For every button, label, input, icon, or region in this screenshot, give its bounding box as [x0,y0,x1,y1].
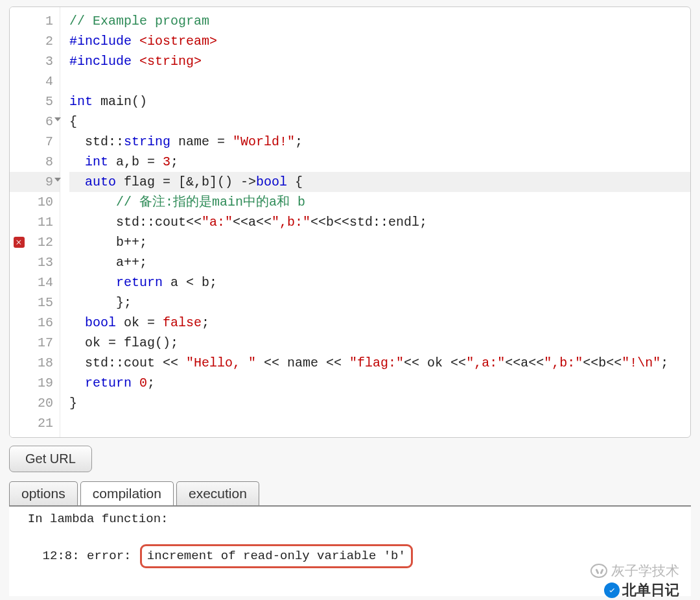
code-line[interactable]: bool ok = false; [69,313,690,333]
code-line[interactable]: // Example program [69,11,690,31]
code-content[interactable]: // Example program#include <iostream>#in… [60,7,690,437]
error-location-prefix: 12:8: error: [43,549,139,563]
watermark-top: 灰子学技术 [590,562,679,579]
line-number: 20 [10,393,60,413]
output-tabs: optionscompilationexecution [9,481,691,505]
code-line[interactable]: #include <string> [69,51,690,71]
line-number: 17 [10,333,60,353]
code-line[interactable]: ok = flag(); [69,333,690,353]
line-number: 14 [10,272,60,293]
tab-compilation[interactable]: compilation [80,481,174,505]
line-number: 2 [10,31,60,51]
compilation-output: In lambda function: 12:8: error: increme… [9,505,691,596]
code-line[interactable]: std::cout<<"a:"<<a<<",b:"<<b<<std::endl; [69,212,690,232]
code-line[interactable]: int a,b = 3; [69,152,690,172]
watermark-block: 灰子学技术 北单日记 [590,562,679,599]
line-number: 16 [10,313,60,333]
check-circle-icon [604,582,620,598]
wechat-icon [590,564,607,578]
line-number: 13 [10,252,60,272]
line-number: 9 [10,172,60,192]
line-number: 7 [10,132,60,152]
code-line[interactable]: b++; [69,232,690,252]
watermark-bottom: 北单日记 [590,582,679,599]
line-number: 15 [10,293,60,313]
code-line[interactable]: a++; [69,252,690,272]
code-line[interactable]: return 0; [69,373,690,393]
line-number: 10 [10,192,60,212]
code-line[interactable]: { [69,112,690,132]
line-number: 19 [10,373,60,393]
line-number: 6 [10,112,60,132]
code-line[interactable] [69,71,690,91]
code-line[interactable]: return a < b; [69,272,690,293]
error-message-highlight: increment of read-only variable 'b' [140,544,413,568]
code-line[interactable]: } [69,393,690,413]
code-line[interactable]: int main() [69,91,690,112]
line-number-gutter: 123456789101112131415161718192021 [10,7,60,437]
line-number: 12 [10,232,60,252]
code-line[interactable]: auto flag = [&,b]() ->bool { [69,172,690,192]
line-number: 5 [10,91,60,112]
code-line[interactable] [69,413,690,433]
line-number: 11 [10,212,60,232]
line-number: 3 [10,51,60,71]
output-line-error: 12:8: error: increment of read-only vari… [13,527,687,585]
code-line[interactable]: std::cout << "Hello, " << name << "flag:… [69,353,690,373]
tab-execution[interactable]: execution [176,481,259,505]
line-number: 8 [10,152,60,172]
output-line-context: In lambda function: [13,510,687,527]
code-line[interactable]: }; [69,293,690,313]
error-gutter-icon[interactable] [14,237,25,248]
code-line[interactable]: // 备注:指的是main中的a和 b [69,192,690,212]
line-number: 1 [10,11,60,31]
line-number: 21 [10,413,60,433]
code-line[interactable]: std::string name = "World!"; [69,132,690,152]
line-number: 4 [10,71,60,91]
tab-options[interactable]: options [9,481,78,505]
code-line[interactable]: #include <iostream> [69,31,690,51]
line-number: 18 [10,353,60,373]
code-editor[interactable]: 123456789101112131415161718192021 // Exa… [9,6,691,438]
get-url-button[interactable]: Get URL [9,446,92,472]
